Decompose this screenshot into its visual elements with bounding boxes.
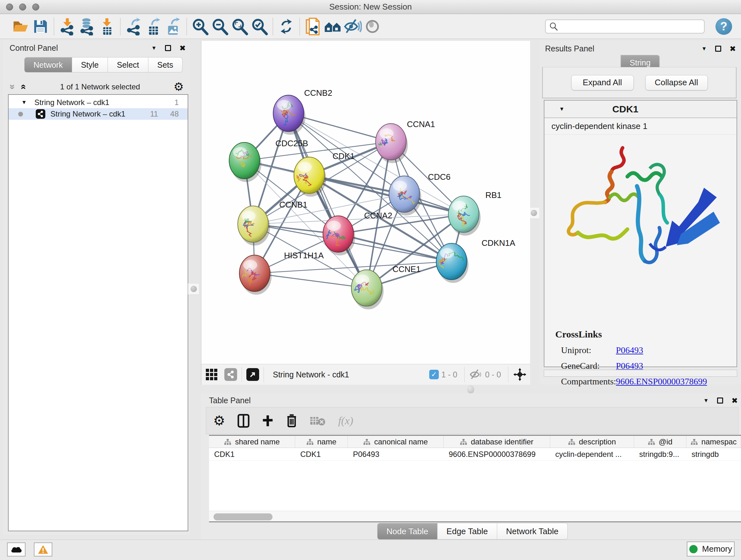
network-canvas[interactable]: CCNB2CCNA1CDC25BCDK1CDC6RB1CCNB1CCNA2CDK… bbox=[201, 41, 530, 364]
grid-view-icon[interactable] bbox=[206, 369, 217, 380]
column-header-name[interactable]: name bbox=[295, 436, 348, 448]
show-columns-icon[interactable] bbox=[238, 414, 250, 428]
first-neighbors-button[interactable] bbox=[323, 17, 343, 37]
node-label-CCNE1: CCNE1 bbox=[393, 264, 421, 274]
node-CCNE1[interactable]: CCNE1 bbox=[351, 264, 421, 309]
column-header-@id[interactable]: @id bbox=[634, 436, 686, 448]
table-cell: stringdb bbox=[686, 448, 741, 460]
left-splitter-handle[interactable] bbox=[188, 283, 199, 295]
column-header-shared-name[interactable]: shared name bbox=[209, 436, 295, 448]
tab-node-table[interactable]: Node Table bbox=[377, 523, 437, 540]
expand-all-button[interactable]: Expand All bbox=[571, 75, 634, 90]
table-cell: cyclin-dependent ... bbox=[550, 448, 634, 460]
protein-card-header[interactable]: ▼ CDK1 bbox=[544, 101, 737, 118]
delete-column-icon[interactable] bbox=[286, 414, 297, 428]
add-column-icon[interactable] bbox=[262, 415, 274, 427]
crosslinks-heading: CrossLinks bbox=[555, 329, 707, 340]
table-panel-collapse-icon[interactable]: ▼ bbox=[703, 397, 709, 404]
tab-select[interactable]: Select bbox=[108, 57, 148, 72]
table-panel-title: Table Panel bbox=[209, 396, 251, 405]
network-row[interactable]: String Network – cdk1 11 48 bbox=[9, 108, 188, 120]
zoom-selected-icon bbox=[251, 17, 268, 36]
import-table-button[interactable] bbox=[97, 17, 117, 37]
crosslink-value-link[interactable]: 9606.ENSP00000378699 bbox=[616, 376, 707, 387]
delete-table-icon[interactable] bbox=[310, 415, 326, 426]
birds-eye-view-icon[interactable] bbox=[513, 368, 527, 381]
results-panel-collapse-icon[interactable]: ▼ bbox=[701, 46, 707, 52]
table-cell: P06493 bbox=[348, 448, 444, 460]
export-table-button[interactable] bbox=[144, 17, 163, 37]
tab-style[interactable]: Style bbox=[72, 57, 108, 72]
control-panel-collapse-icon[interactable]: ▼ bbox=[151, 45, 157, 51]
import-network-button[interactable] bbox=[57, 17, 77, 37]
toolbar-separator bbox=[186, 18, 187, 35]
string-view-icon[interactable] bbox=[224, 368, 237, 381]
table-h-scrollbar[interactable] bbox=[209, 511, 741, 522]
table-options-gear-icon[interactable]: ⚙ bbox=[213, 414, 225, 428]
tab-sets[interactable]: Sets bbox=[148, 57, 183, 72]
collapse-all-networks-icon[interactable]: » bbox=[8, 84, 17, 90]
memory-button[interactable]: Memory bbox=[687, 542, 735, 557]
column-header-namespac[interactable]: namespac bbox=[686, 436, 741, 448]
export-image-button[interactable] bbox=[163, 17, 183, 37]
collection-expand-icon[interactable]: ▼ bbox=[21, 99, 27, 106]
save-session-button[interactable] bbox=[30, 17, 51, 37]
crosslink-row: Uniprot:P06493 bbox=[555, 345, 707, 355]
control-panel-float-icon[interactable] bbox=[165, 45, 171, 51]
warnings-button[interactable] bbox=[34, 543, 52, 557]
tab-network[interactable]: Network bbox=[24, 57, 72, 72]
protein-collapse-icon[interactable]: ▼ bbox=[559, 106, 564, 112]
zoom-in-button[interactable] bbox=[190, 17, 210, 37]
open-session-button[interactable] bbox=[11, 17, 30, 37]
zoom-out-button[interactable] bbox=[210, 17, 230, 37]
check-icon: ✓ bbox=[431, 370, 437, 379]
bottom-splitter-handle[interactable] bbox=[467, 385, 474, 394]
collection-name: String Network – cdk1 bbox=[35, 98, 110, 107]
current-network-name: String Network - cdk1 bbox=[273, 370, 349, 379]
show-all-button[interactable] bbox=[362, 17, 382, 37]
table-tabs: Node TableEdge TableNetwork Table bbox=[377, 523, 568, 540]
help-button[interactable]: ? bbox=[716, 18, 732, 35]
tab-edge-table[interactable]: Edge Table bbox=[437, 523, 497, 540]
node-CCNB2[interactable]: CCNB2 bbox=[273, 88, 332, 135]
node-label-CCNA2: CCNA2 bbox=[364, 211, 392, 220]
detach-view-icon[interactable] bbox=[246, 368, 259, 381]
crosslink-value-link[interactable]: P06493 bbox=[616, 345, 643, 355]
table-row[interactable]: CDK1CDK1P064939606.ENSP00000378699cyclin… bbox=[209, 448, 741, 461]
network-collection-row[interactable]: ▼ String Network – cdk1 1 bbox=[9, 97, 188, 108]
zoom-selected-button[interactable] bbox=[250, 17, 269, 37]
results-panel-close-icon[interactable]: ✖ bbox=[730, 45, 736, 53]
table-panel-float-icon[interactable] bbox=[717, 397, 723, 403]
warning-icon bbox=[38, 545, 49, 554]
main-toolbar: ? bbox=[0, 14, 741, 39]
results-panel-float-icon[interactable] bbox=[715, 46, 721, 52]
import-network-from-database-button[interactable] bbox=[77, 17, 97, 37]
hide-selected-button[interactable] bbox=[343, 17, 362, 37]
table-panel-close-icon[interactable]: ✖ bbox=[731, 397, 738, 405]
table-h-scrollbar-thumb[interactable] bbox=[213, 513, 273, 520]
column-header-database-identifier[interactable]: database identifier bbox=[444, 436, 550, 448]
column-header-canonical-name[interactable]: canonical name bbox=[348, 436, 444, 448]
export-network-icon bbox=[125, 17, 143, 36]
node-RB1[interactable]: RB1 bbox=[448, 190, 502, 236]
network-options-gear-icon[interactable]: ⚙ bbox=[174, 81, 184, 92]
export-network-button[interactable] bbox=[124, 17, 144, 37]
node-HIST1H1A[interactable]: HIST1H1A bbox=[239, 251, 324, 295]
network-from-clipboard-button[interactable] bbox=[303, 17, 323, 37]
tab-network-table[interactable]: Network Table bbox=[497, 523, 568, 540]
open-folder-icon bbox=[12, 18, 29, 35]
node-CDKN1A[interactable]: CDKN1A bbox=[436, 238, 515, 283]
cloud-status-button[interactable] bbox=[7, 543, 25, 557]
results-scroll-strip[interactable] bbox=[544, 370, 737, 377]
refresh-view-button[interactable] bbox=[276, 17, 296, 37]
selected-nodes-checkbox[interactable]: ✓ bbox=[429, 370, 439, 379]
control-panel-close-icon[interactable]: ✖ bbox=[179, 44, 186, 52]
column-header-label: canonical name bbox=[374, 437, 428, 446]
search-input[interactable] bbox=[558, 22, 696, 31]
expand-all-networks-icon[interactable]: « bbox=[19, 84, 29, 90]
column-header-description[interactable]: description bbox=[550, 436, 634, 448]
collapse-all-button[interactable]: Collapse All bbox=[645, 75, 708, 90]
function-builder-icon[interactable]: f(x) bbox=[338, 415, 353, 427]
zoom-fit-button[interactable] bbox=[230, 17, 250, 37]
network-view-panel: CCNB2CCNA1CDC25BCDK1CDC6RB1CCNB1CCNA2CDK… bbox=[201, 41, 530, 385]
